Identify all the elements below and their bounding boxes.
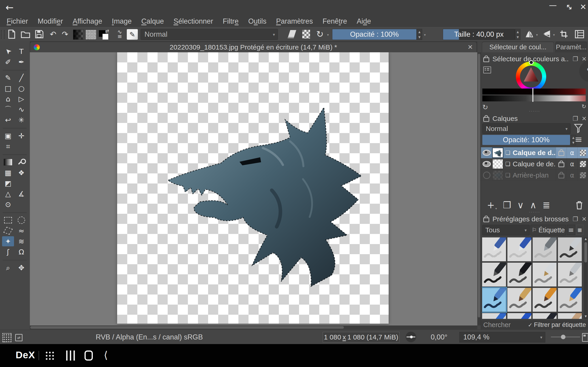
menu-parametres[interactable]: Paramètres (271, 16, 318, 27)
memory-gauge-icon[interactable] (406, 332, 416, 342)
mirror-vertical-icon[interactable] (541, 29, 553, 40)
tool-select-magnetic[interactable]: Ω (15, 247, 27, 257)
tool-text[interactable]: T (15, 46, 27, 56)
tool-polyline[interactable]: ▷ (15, 94, 27, 104)
tool-select-contiguous[interactable]: ✦ (2, 236, 14, 246)
brush-preset-ink-precision[interactable] (482, 262, 506, 287)
tool-select-similar[interactable]: ≋ (15, 236, 27, 246)
color-wheel[interactable] (516, 61, 546, 92)
layer-properties-button[interactable]: ≣ (543, 200, 550, 210)
layers-blend-mode-dropdown[interactable]: Normal ▾ (482, 123, 571, 134)
brush-size-slider[interactable]: Taille : 40,00 px (443, 29, 515, 40)
image-dimensions[interactable]: 1 080x1 080 (14,7 MiB) (323, 332, 399, 342)
layer-thumbnail[interactable] (493, 170, 503, 180)
menu-filtre[interactable]: Filtre (218, 16, 243, 27)
menu-modifier[interactable]: Modifier (33, 16, 68, 27)
tool-pan[interactable]: ✥ (15, 263, 27, 273)
menu-aide[interactable]: Aide (352, 16, 376, 27)
tool-select-rect[interactable] (2, 215, 14, 225)
gradient-swatch[interactable] (73, 30, 84, 40)
layer-opacity-slider[interactable]: Opacité: 100% (482, 135, 570, 145)
layer-lock-icon[interactable] (556, 170, 567, 181)
resize-icon[interactable]: ↔ (562, 0, 577, 15)
brush-preset-pencil-2b[interactable] (482, 313, 506, 319)
tool-move[interactable]: ✛ (15, 131, 27, 141)
tool-gradient[interactable] (2, 157, 14, 167)
menu-affichage[interactable]: Affichage (68, 16, 107, 27)
canvas-area[interactable] (30, 52, 477, 325)
tool-assistants[interactable]: △ (2, 189, 14, 199)
move-layer-down-button[interactable]: ∨ (517, 200, 524, 210)
brush-preset-basic-5-size[interactable] (482, 288, 506, 312)
chevron-down-icon[interactable]: ▾ (553, 33, 555, 37)
canvas-vertical-scrollbar[interactable] (477, 52, 481, 325)
tool-line[interactable]: ╱ (15, 73, 27, 83)
layer-name[interactable]: Calque de d... (513, 149, 556, 157)
fit-page-icon[interactable] (582, 333, 588, 342)
lock-icon[interactable] (483, 217, 489, 222)
inherit-alpha-icon[interactable] (578, 158, 588, 169)
pattern-swatch[interactable] (86, 30, 96, 40)
tool-calligraphy[interactable]: ✒ (15, 57, 27, 67)
menu-calque[interactable]: Calque (137, 16, 169, 27)
tool-select-shapes[interactable]: ➤ (2, 46, 14, 56)
tool-multibrush[interactable]: ✳ (15, 115, 27, 125)
blend-mode-dropdown[interactable]: Normal ▾ (141, 29, 278, 40)
tool-measure[interactable]: ∡ (15, 189, 27, 199)
menu-outils[interactable]: Outils (243, 16, 271, 27)
filter-by-tag-checkbox[interactable]: ✓Filtrer par étiquette (528, 321, 588, 328)
alpha-lock-icon[interactable]: α (567, 158, 578, 169)
document-tab[interactable]: 20220309_180153.jpg Protégé en écriture … (30, 42, 477, 52)
float-docker-icon[interactable]: ❐ (573, 115, 578, 122)
visibility-eye-icon[interactable] (481, 161, 493, 167)
shade-bar-1[interactable] (482, 89, 586, 94)
color-history-button[interactable]: ✎ (579, 60, 588, 82)
layer-lock-icon[interactable] (556, 147, 567, 158)
layer-lock-icon[interactable] (556, 158, 567, 169)
inherit-alpha-icon[interactable] (578, 147, 588, 158)
layer-filter-icon[interactable] (574, 123, 583, 133)
tool-polygon[interactable]: ⌂ (2, 94, 14, 104)
layer-row-paint-2[interactable]: ❏ Calque de de... α (481, 158, 588, 170)
brush-preset-ballpoint[interactable] (507, 313, 531, 319)
menu-fenetre[interactable]: Fenêtre (318, 16, 352, 27)
undo-icon[interactable]: ↶ (47, 29, 59, 40)
tab-parameters[interactable]: Paramèt... (555, 42, 587, 52)
brush-preset-ink-ballpen[interactable] (532, 262, 557, 287)
layer-row-paint-1[interactable]: ❏ Calque de d... α (481, 147, 588, 158)
alpha-lock-icon[interactable]: α (567, 170, 578, 181)
docker-drag-handle[interactable]: ······ (481, 109, 588, 114)
float-docker-icon[interactable]: ❐ (573, 56, 578, 62)
mirror-horizontal-icon[interactable] (524, 29, 536, 40)
toolbar-drag-handle[interactable] (1, 30, 5, 39)
canvas-mode-icon[interactable]: ⇄ (15, 334, 23, 341)
float-docker-icon[interactable]: ❐ (573, 216, 578, 223)
tool-freehand-path[interactable]: ∿ (15, 104, 27, 115)
brush-preset-details-brush[interactable] (532, 288, 557, 312)
visibility-eye-icon[interactable] (481, 172, 493, 179)
brush-preset-eraser-soft[interactable] (532, 237, 557, 261)
menu-image[interactable]: Image (107, 16, 137, 27)
inherit-alpha-icon[interactable] (578, 170, 588, 181)
dex-logo[interactable]: DeX (16, 350, 35, 361)
tool-pattern-edit[interactable]: ▦ (2, 168, 14, 178)
tool-rectangle[interactable]: □ (2, 83, 14, 93)
brush-grid-view-icon[interactable]: ▦ (576, 225, 583, 235)
lock-icon[interactable] (483, 117, 489, 122)
brush-list-view-icon[interactable]: ≡ (567, 225, 575, 235)
minimize-icon[interactable]: — (547, 0, 559, 10)
visibility-eye-icon[interactable] (481, 150, 493, 156)
close-docker-icon[interactable]: ✕ (582, 216, 587, 223)
save-button[interactable] (34, 29, 45, 40)
tab-color-selector[interactable]: Sélecteur de coul... (482, 42, 554, 52)
tool-dynamic-brush[interactable]: ↩ (2, 115, 14, 125)
brush-preset-airbrush[interactable] (558, 237, 582, 261)
tool-smart-patch[interactable]: ❖ (15, 168, 27, 178)
search-input[interactable]: Chercher (481, 321, 528, 329)
layer-thumbnail[interactable] (493, 159, 503, 169)
redo-icon[interactable]: ↷ (59, 29, 71, 40)
layer-thumbnail[interactable] (493, 148, 503, 158)
duplicate-layer-button[interactable]: ❐ (503, 200, 511, 210)
close-icon[interactable]: ✕ (577, 2, 588, 11)
docker-drag-handle[interactable]: ······ (481, 210, 588, 215)
